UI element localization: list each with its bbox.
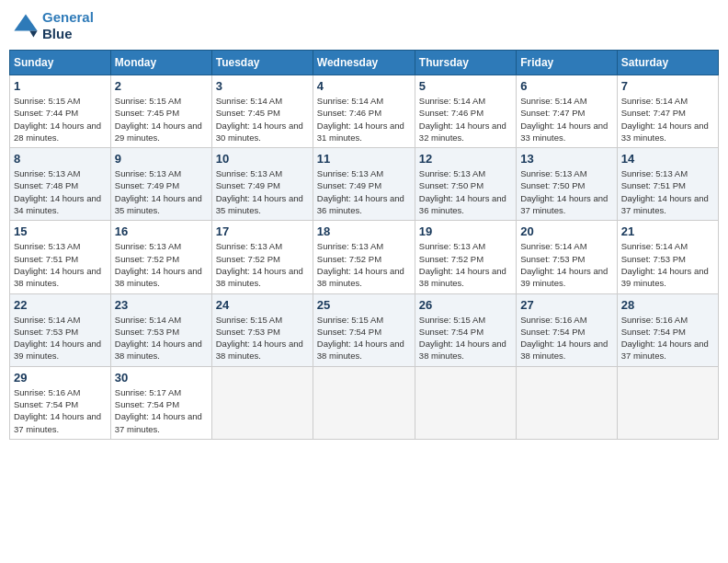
header-thursday: Thursday xyxy=(415,51,516,75)
calendar-cell: 6 Sunrise: 5:14 AM Sunset: 7:47 PM Dayli… xyxy=(517,75,617,148)
calendar-cell: 2 Sunrise: 5:15 AM Sunset: 7:45 PM Dayli… xyxy=(110,75,211,148)
day-number: 14 xyxy=(621,152,714,166)
calendar-cell: 28 Sunrise: 5:16 AM Sunset: 7:54 PM Dayl… xyxy=(617,293,718,366)
header-tuesday: Tuesday xyxy=(211,51,313,75)
day-info: Sunrise: 5:13 AM Sunset: 7:50 PM Dayligh… xyxy=(520,167,612,216)
calendar-cell: 15 Sunrise: 5:13 AM Sunset: 7:51 PM Dayl… xyxy=(10,221,111,293)
header: General Blue xyxy=(9,9,719,42)
day-number: 28 xyxy=(621,298,714,312)
calendar-cell: 20 Sunrise: 5:14 AM Sunset: 7:53 PM Dayl… xyxy=(517,221,617,293)
calendar-cell: 4 Sunrise: 5:14 AM Sunset: 7:46 PM Dayli… xyxy=(313,75,415,148)
header-saturday: Saturday xyxy=(617,51,718,75)
day-info: Sunrise: 5:14 AM Sunset: 7:46 PM Dayligh… xyxy=(419,95,512,144)
week-row-4: 22 Sunrise: 5:14 AM Sunset: 7:53 PM Dayl… xyxy=(10,293,719,366)
day-info: Sunrise: 5:14 AM Sunset: 7:46 PM Dayligh… xyxy=(317,95,411,144)
calendar-cell: 12 Sunrise: 5:13 AM Sunset: 7:50 PM Dayl… xyxy=(415,148,516,221)
calendar-cell: 18 Sunrise: 5:13 AM Sunset: 7:52 PM Dayl… xyxy=(313,221,415,293)
day-info: Sunrise: 5:14 AM Sunset: 7:53 PM Dayligh… xyxy=(520,240,612,289)
day-info: Sunrise: 5:13 AM Sunset: 7:51 PM Dayligh… xyxy=(621,167,714,216)
day-number: 11 xyxy=(317,152,411,166)
day-info: Sunrise: 5:14 AM Sunset: 7:53 PM Dayligh… xyxy=(115,314,208,362)
day-number: 23 xyxy=(115,298,208,312)
day-info: Sunrise: 5:15 AM Sunset: 7:54 PM Dayligh… xyxy=(419,314,512,362)
calendar-cell: 21 Sunrise: 5:14 AM Sunset: 7:53 PM Dayl… xyxy=(617,221,718,293)
day-info: Sunrise: 5:14 AM Sunset: 7:53 PM Dayligh… xyxy=(621,240,714,289)
calendar-cell: 17 Sunrise: 5:13 AM Sunset: 7:52 PM Dayl… xyxy=(211,221,313,293)
calendar-cell: 14 Sunrise: 5:13 AM Sunset: 7:51 PM Dayl… xyxy=(617,148,718,221)
header-row: SundayMondayTuesdayWednesdayThursdayFrid… xyxy=(10,51,719,75)
week-row-5: 29 Sunrise: 5:16 AM Sunset: 7:54 PM Dayl… xyxy=(10,366,719,439)
header-sunday: Sunday xyxy=(10,51,111,75)
day-number: 15 xyxy=(14,224,107,238)
day-number: 9 xyxy=(115,152,208,166)
calendar-cell: 16 Sunrise: 5:13 AM Sunset: 7:52 PM Dayl… xyxy=(110,221,211,293)
svg-marker-1 xyxy=(14,14,37,30)
day-info: Sunrise: 5:13 AM Sunset: 7:49 PM Dayligh… xyxy=(216,167,309,216)
calendar-cell: 24 Sunrise: 5:15 AM Sunset: 7:53 PM Dayl… xyxy=(211,293,313,366)
calendar-cell: 8 Sunrise: 5:13 AM Sunset: 7:48 PM Dayli… xyxy=(10,148,111,221)
header-monday: Monday xyxy=(110,51,211,75)
calendar-cell xyxy=(617,366,718,439)
day-info: Sunrise: 5:13 AM Sunset: 7:48 PM Dayligh… xyxy=(14,167,107,216)
calendar-cell: 5 Sunrise: 5:14 AM Sunset: 7:46 PM Dayli… xyxy=(415,75,516,148)
day-number: 22 xyxy=(14,298,107,312)
day-info: Sunrise: 5:13 AM Sunset: 7:52 PM Dayligh… xyxy=(115,240,208,289)
logo: General Blue xyxy=(13,9,94,42)
day-number: 24 xyxy=(216,298,309,312)
day-info: Sunrise: 5:16 AM Sunset: 7:54 PM Dayligh… xyxy=(621,314,714,362)
calendar-cell: 9 Sunrise: 5:13 AM Sunset: 7:49 PM Dayli… xyxy=(110,148,211,221)
calendar-cell: 29 Sunrise: 5:16 AM Sunset: 7:54 PM Dayl… xyxy=(10,366,111,439)
logo-text: General Blue xyxy=(42,9,94,42)
day-info: Sunrise: 5:15 AM Sunset: 7:54 PM Dayligh… xyxy=(317,314,411,362)
calendar-cell: 10 Sunrise: 5:13 AM Sunset: 7:49 PM Dayl… xyxy=(211,148,313,221)
calendar-cell: 19 Sunrise: 5:13 AM Sunset: 7:52 PM Dayl… xyxy=(415,221,516,293)
day-info: Sunrise: 5:14 AM Sunset: 7:47 PM Dayligh… xyxy=(520,95,612,144)
day-number: 20 xyxy=(520,224,612,238)
calendar-cell: 26 Sunrise: 5:15 AM Sunset: 7:54 PM Dayl… xyxy=(415,293,516,366)
day-number: 30 xyxy=(115,371,208,385)
day-info: Sunrise: 5:13 AM Sunset: 7:52 PM Dayligh… xyxy=(419,240,512,289)
calendar-cell xyxy=(517,366,617,439)
logo-icon xyxy=(13,13,39,39)
calendar-cell: 25 Sunrise: 5:15 AM Sunset: 7:54 PM Dayl… xyxy=(313,293,415,366)
day-info: Sunrise: 5:16 AM Sunset: 7:54 PM Dayligh… xyxy=(14,386,107,435)
day-info: Sunrise: 5:13 AM Sunset: 7:50 PM Dayligh… xyxy=(419,167,512,216)
day-info: Sunrise: 5:14 AM Sunset: 7:47 PM Dayligh… xyxy=(621,95,714,144)
calendar-table: SundayMondayTuesdayWednesdayThursdayFrid… xyxy=(9,50,719,440)
day-info: Sunrise: 5:13 AM Sunset: 7:52 PM Dayligh… xyxy=(317,240,411,289)
calendar-cell: 11 Sunrise: 5:13 AM Sunset: 7:49 PM Dayl… xyxy=(313,148,415,221)
day-number: 3 xyxy=(216,79,309,93)
calendar-cell xyxy=(313,366,415,439)
day-info: Sunrise: 5:13 AM Sunset: 7:49 PM Dayligh… xyxy=(115,167,208,216)
day-number: 19 xyxy=(419,224,512,238)
day-info: Sunrise: 5:15 AM Sunset: 7:44 PM Dayligh… xyxy=(14,95,107,144)
day-number: 25 xyxy=(317,298,411,312)
day-info: Sunrise: 5:14 AM Sunset: 7:53 PM Dayligh… xyxy=(14,314,107,362)
day-info: Sunrise: 5:15 AM Sunset: 7:45 PM Dayligh… xyxy=(115,95,208,144)
calendar-cell: 1 Sunrise: 5:15 AM Sunset: 7:44 PM Dayli… xyxy=(10,75,111,148)
day-number: 21 xyxy=(621,224,714,238)
day-number: 29 xyxy=(14,371,107,385)
day-info: Sunrise: 5:17 AM Sunset: 7:54 PM Dayligh… xyxy=(115,386,208,435)
day-number: 12 xyxy=(419,152,512,166)
calendar-cell: 7 Sunrise: 5:14 AM Sunset: 7:47 PM Dayli… xyxy=(617,75,718,148)
day-number: 8 xyxy=(14,152,107,166)
day-number: 27 xyxy=(520,298,612,312)
day-info: Sunrise: 5:13 AM Sunset: 7:51 PM Dayligh… xyxy=(14,240,107,289)
day-number: 2 xyxy=(115,79,208,93)
day-number: 13 xyxy=(520,152,612,166)
header-wednesday: Wednesday xyxy=(313,51,415,75)
day-number: 4 xyxy=(317,79,411,93)
calendar-cell: 23 Sunrise: 5:14 AM Sunset: 7:53 PM Dayl… xyxy=(110,293,211,366)
day-number: 10 xyxy=(216,152,309,166)
day-info: Sunrise: 5:14 AM Sunset: 7:45 PM Dayligh… xyxy=(216,95,309,144)
day-info: Sunrise: 5:15 AM Sunset: 7:53 PM Dayligh… xyxy=(216,314,309,362)
week-row-1: 1 Sunrise: 5:15 AM Sunset: 7:44 PM Dayli… xyxy=(10,75,719,148)
day-number: 17 xyxy=(216,224,309,238)
calendar-cell: 3 Sunrise: 5:14 AM Sunset: 7:45 PM Dayli… xyxy=(211,75,313,148)
day-number: 1 xyxy=(14,79,107,93)
week-row-3: 15 Sunrise: 5:13 AM Sunset: 7:51 PM Dayl… xyxy=(10,221,719,293)
day-number: 18 xyxy=(317,224,411,238)
day-number: 5 xyxy=(419,79,512,93)
calendar-cell: 13 Sunrise: 5:13 AM Sunset: 7:50 PM Dayl… xyxy=(517,148,617,221)
